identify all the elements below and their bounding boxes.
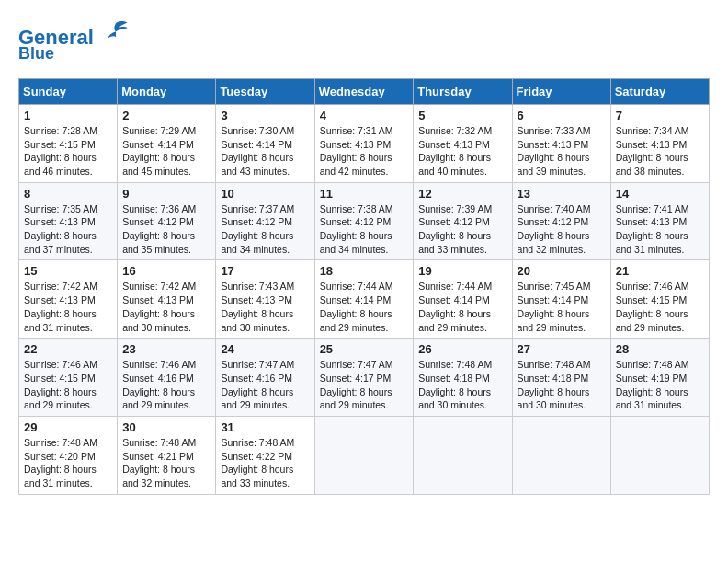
calendar-table: Sunday Monday Tuesday Wednesday Thursday… — [18, 78, 710, 495]
day-number-5: 5 — [418, 109, 506, 122]
calendar-cell: 21Sunrise: 7:46 AMSunset: 4:15 PMDayligh… — [610, 260, 709, 339]
day-number-4: 4 — [320, 109, 409, 122]
calendar-cell: 7Sunrise: 7:34 AMSunset: 4:13 PMDaylight… — [610, 104, 709, 182]
calendar-cell: 30Sunrise: 7:48 AMSunset: 4:21 PMDayligh… — [118, 416, 216, 494]
cell-info-12: Sunrise: 7:39 AMSunset: 4:12 PMDaylight:… — [418, 202, 506, 257]
cell-info-29: Sunrise: 7:48 AMSunset: 4:20 PMDaylight:… — [24, 436, 112, 490]
day-number-28: 28 — [616, 342, 704, 356]
day-number-9: 9 — [122, 187, 210, 201]
calendar-cell: 24Sunrise: 7:47 AMSunset: 4:16 PMDayligh… — [216, 339, 314, 417]
col-thursday: Thursday — [414, 78, 512, 104]
calendar-cell — [314, 416, 414, 494]
calendar-cell: 20Sunrise: 7:45 AMSunset: 4:14 PMDayligh… — [512, 260, 610, 339]
calendar-cell: 19Sunrise: 7:44 AMSunset: 4:14 PMDayligh… — [414, 260, 512, 339]
calendar-cell: 10Sunrise: 7:37 AMSunset: 4:12 PMDayligh… — [216, 182, 314, 260]
cell-info-2: Sunrise: 7:29 AMSunset: 4:14 PMDaylight:… — [122, 124, 210, 178]
cell-info-16: Sunrise: 7:42 AMSunset: 4:13 PMDaylight:… — [122, 280, 210, 334]
cell-info-7: Sunrise: 7:34 AMSunset: 4:13 PMDaylight:… — [616, 124, 704, 178]
cell-info-18: Sunrise: 7:44 AMSunset: 4:14 PMDaylight:… — [320, 280, 409, 334]
col-saturday: Saturday — [610, 78, 709, 104]
day-number-6: 6 — [518, 109, 606, 122]
day-number-17: 17 — [221, 264, 309, 278]
calendar-cell: 16Sunrise: 7:42 AMSunset: 4:13 PMDayligh… — [118, 260, 216, 339]
cell-info-1: Sunrise: 7:28 AMSunset: 4:15 PMDaylight:… — [24, 124, 112, 178]
cell-info-28: Sunrise: 7:48 AMSunset: 4:19 PMDaylight:… — [616, 358, 704, 412]
col-tuesday: Tuesday — [216, 78, 314, 104]
day-number-27: 27 — [518, 342, 606, 356]
day-number-1: 1 — [24, 109, 112, 122]
cell-info-31: Sunrise: 7:48 AMSunset: 4:22 PMDaylight:… — [221, 436, 309, 490]
calendar-cell — [610, 416, 709, 494]
day-number-24: 24 — [221, 342, 309, 356]
calendar-cell: 22Sunrise: 7:46 AMSunset: 4:15 PMDayligh… — [19, 339, 118, 417]
calendar-cell: 8Sunrise: 7:35 AMSunset: 4:13 PMDaylight… — [19, 182, 118, 260]
cell-info-9: Sunrise: 7:36 AMSunset: 4:12 PMDaylight:… — [122, 202, 210, 257]
calendar-cell: 4Sunrise: 7:31 AMSunset: 4:13 PMDaylight… — [314, 104, 414, 182]
cell-info-14: Sunrise: 7:41 AMSunset: 4:13 PMDaylight:… — [616, 202, 704, 257]
calendar-cell: 31Sunrise: 7:48 AMSunset: 4:22 PMDayligh… — [216, 416, 314, 494]
calendar-cell: 6Sunrise: 7:33 AMSunset: 4:13 PMDaylight… — [512, 104, 610, 182]
cell-info-26: Sunrise: 7:48 AMSunset: 4:18 PMDaylight:… — [418, 358, 506, 412]
calendar-cell — [414, 416, 512, 494]
calendar-cell: 3Sunrise: 7:30 AMSunset: 4:14 PMDaylight… — [216, 104, 314, 182]
cell-info-3: Sunrise: 7:30 AMSunset: 4:14 PMDaylight:… — [221, 124, 309, 178]
day-number-2: 2 — [122, 109, 210, 122]
day-number-11: 11 — [320, 187, 409, 201]
col-friday: Friday — [512, 78, 610, 104]
cell-info-23: Sunrise: 7:46 AMSunset: 4:16 PMDaylight:… — [122, 358, 210, 412]
col-monday: Monday — [118, 78, 216, 104]
day-number-31: 31 — [221, 420, 309, 434]
calendar-cell: 15Sunrise: 7:42 AMSunset: 4:13 PMDayligh… — [19, 260, 118, 339]
calendar-cell: 2Sunrise: 7:29 AMSunset: 4:14 PMDaylight… — [118, 104, 216, 182]
calendar-cell: 9Sunrise: 7:36 AMSunset: 4:12 PMDaylight… — [118, 182, 216, 260]
calendar-cell: 11Sunrise: 7:38 AMSunset: 4:12 PMDayligh… — [314, 182, 414, 260]
cell-info-24: Sunrise: 7:47 AMSunset: 4:16 PMDaylight:… — [221, 358, 309, 412]
cell-info-30: Sunrise: 7:48 AMSunset: 4:21 PMDaylight:… — [122, 436, 210, 490]
cell-info-8: Sunrise: 7:35 AMSunset: 4:13 PMDaylight:… — [24, 202, 112, 257]
cell-info-21: Sunrise: 7:46 AMSunset: 4:15 PMDaylight:… — [616, 280, 704, 334]
calendar-cell: 28Sunrise: 7:48 AMSunset: 4:19 PMDayligh… — [610, 339, 709, 417]
day-number-10: 10 — [221, 187, 309, 201]
calendar-cell: 13Sunrise: 7:40 AMSunset: 4:12 PMDayligh… — [512, 182, 610, 260]
cell-info-10: Sunrise: 7:37 AMSunset: 4:12 PMDaylight:… — [221, 202, 309, 257]
col-wednesday: Wednesday — [314, 78, 414, 104]
page-header: General Blue — [18, 18, 710, 63]
day-number-26: 26 — [418, 342, 506, 356]
day-number-13: 13 — [518, 187, 606, 201]
logo-blue: Blue — [18, 44, 54, 63]
day-number-30: 30 — [122, 420, 210, 434]
cell-info-25: Sunrise: 7:47 AMSunset: 4:17 PMDaylight:… — [320, 358, 409, 412]
cell-info-20: Sunrise: 7:45 AMSunset: 4:14 PMDaylight:… — [518, 280, 606, 334]
day-number-18: 18 — [320, 264, 409, 278]
day-number-15: 15 — [24, 264, 112, 278]
day-number-25: 25 — [320, 342, 409, 356]
cell-info-5: Sunrise: 7:32 AMSunset: 4:13 PMDaylight:… — [418, 124, 506, 178]
day-number-29: 29 — [24, 420, 112, 434]
day-number-3: 3 — [221, 109, 309, 122]
day-number-21: 21 — [616, 264, 704, 278]
cell-info-11: Sunrise: 7:38 AMSunset: 4:12 PMDaylight:… — [320, 202, 409, 257]
calendar-cell: 5Sunrise: 7:32 AMSunset: 4:13 PMDaylight… — [414, 104, 512, 182]
calendar-cell: 14Sunrise: 7:41 AMSunset: 4:13 PMDayligh… — [610, 182, 709, 260]
logo: General Blue — [18, 18, 129, 63]
day-number-22: 22 — [24, 342, 112, 356]
calendar-cell: 26Sunrise: 7:48 AMSunset: 4:18 PMDayligh… — [414, 339, 512, 417]
cell-info-17: Sunrise: 7:43 AMSunset: 4:13 PMDaylight:… — [221, 280, 309, 334]
calendar-cell: 27Sunrise: 7:48 AMSunset: 4:18 PMDayligh… — [512, 339, 610, 417]
calendar-cell: 25Sunrise: 7:47 AMSunset: 4:17 PMDayligh… — [314, 339, 414, 417]
day-number-20: 20 — [518, 264, 606, 278]
calendar-cell: 17Sunrise: 7:43 AMSunset: 4:13 PMDayligh… — [216, 260, 314, 339]
cell-info-27: Sunrise: 7:48 AMSunset: 4:18 PMDaylight:… — [518, 358, 606, 412]
cell-info-4: Sunrise: 7:31 AMSunset: 4:13 PMDaylight:… — [320, 124, 409, 178]
day-number-14: 14 — [616, 187, 704, 201]
day-number-8: 8 — [24, 187, 112, 201]
day-number-19: 19 — [418, 264, 506, 278]
calendar-cell — [512, 416, 610, 494]
logo-bird-icon — [103, 18, 129, 44]
day-number-23: 23 — [122, 342, 210, 356]
col-sunday: Sunday — [19, 78, 118, 104]
cell-info-15: Sunrise: 7:42 AMSunset: 4:13 PMDaylight:… — [24, 280, 112, 334]
calendar-cell: 18Sunrise: 7:44 AMSunset: 4:14 PMDayligh… — [314, 260, 414, 339]
calendar-cell: 29Sunrise: 7:48 AMSunset: 4:20 PMDayligh… — [19, 416, 118, 494]
cell-info-6: Sunrise: 7:33 AMSunset: 4:13 PMDaylight:… — [518, 124, 606, 178]
